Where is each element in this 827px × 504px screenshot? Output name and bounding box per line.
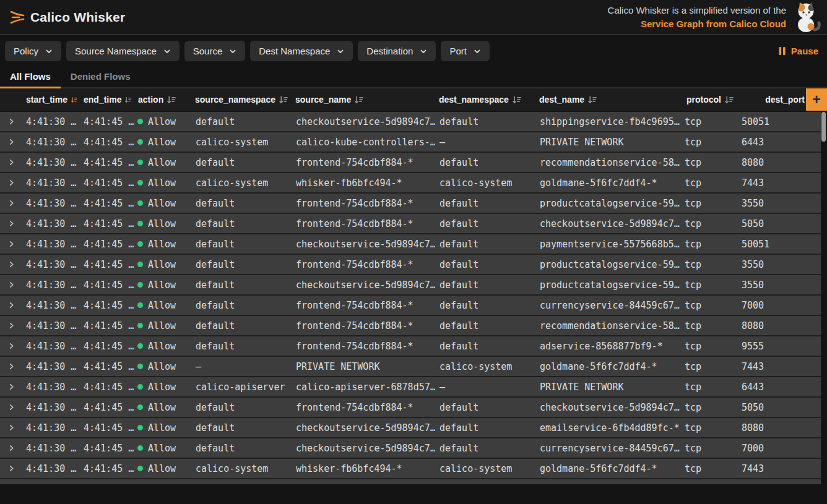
cell-protocol: tcp	[680, 443, 737, 454]
cell-source-namespace: default	[191, 402, 292, 413]
row-expander[interactable]	[0, 281, 22, 288]
flow-row-partial	[0, 479, 821, 484]
cell-source-name: checkoutservice-5d9894c7…	[292, 280, 435, 291]
flow-row[interactable]: 4:41:30 …4:41:45 …Allow–PRIVATE NETWORKc…	[0, 357, 821, 377]
cell-end-time: 4:41:45 …	[80, 361, 134, 372]
flow-row[interactable]: 4:41:30 …4:41:45 …Allowdefaultfrontend-7…	[0, 296, 821, 316]
column-header-start-time[interactable]: start_time	[22, 95, 80, 105]
cell-start-time: 4:41:30 …	[22, 218, 80, 229]
column-header-dest-namespace[interactable]: dest_namespace	[435, 95, 535, 105]
allow-status-dot	[137, 180, 143, 186]
vertical-scrollbar-thumb[interactable]	[821, 112, 826, 142]
cell-end-time: 4:41:45 …	[80, 259, 134, 270]
flow-row[interactable]: 4:41:30 …4:41:45 …Allowdefaultfrontend-7…	[0, 194, 821, 214]
column-header-protocol[interactable]: protocol	[680, 95, 737, 105]
allow-status-dot	[137, 343, 143, 349]
tagline-text: Calico Whisker is a simplified version o…	[608, 4, 786, 17]
filter-port[interactable]: Port	[441, 41, 490, 61]
flow-row[interactable]: 4:41:30 …4:41:45 …Allowdefaultfrontend-7…	[0, 153, 821, 173]
flow-row[interactable]: 4:41:30 …4:41:45 …Allowdefaultfrontend-7…	[0, 398, 821, 418]
row-expander[interactable]	[0, 322, 22, 329]
row-expander[interactable]	[0, 302, 22, 309]
row-expander[interactable]	[0, 200, 22, 207]
tab-all-flows[interactable]: All Flows	[0, 66, 61, 88]
pause-button[interactable]: Pause	[778, 46, 820, 56]
cell-dest-port: 50051	[737, 239, 821, 250]
row-expander[interactable]	[0, 118, 22, 125]
filter-policy[interactable]: Policy	[5, 41, 61, 61]
flow-row[interactable]: 4:41:30 …4:41:45 …Allowdefaultcheckoutse…	[0, 418, 821, 438]
column-label: start_time	[26, 95, 67, 105]
cell-dest-namespace: –	[435, 382, 535, 393]
flow-row[interactable]: 4:41:30 …4:41:45 …Allowdefaultcheckoutse…	[0, 438, 821, 459]
tagline: Calico Whisker is a simplified version o…	[608, 4, 786, 31]
row-expander[interactable]	[0, 139, 22, 145]
flow-row[interactable]: 4:41:30 …4:41:45 …Allowcalico-systemwhis…	[0, 459, 821, 479]
row-expander[interactable]	[0, 261, 22, 268]
flow-row[interactable]: 4:41:30 …4:41:45 …Allowdefaultcheckoutse…	[0, 234, 821, 255]
cell-dest-name: adservice-8568877bf9-*	[535, 341, 680, 352]
row-expander[interactable]	[0, 159, 22, 166]
cell-end-time: 4:41:45 …	[80, 157, 134, 168]
cell-action: Allow	[134, 402, 191, 413]
service-graph-link[interactable]: Service Graph from Calico Cloud	[641, 19, 786, 29]
row-expander[interactable]	[0, 404, 22, 411]
flow-row[interactable]: 4:41:30 …4:41:45 …Allowdefaultfrontend-7…	[0, 336, 821, 357]
flow-row[interactable]: 4:41:30 …4:41:45 …Allowdefaultfrontend-7…	[0, 255, 821, 275]
row-expander[interactable]	[0, 424, 22, 431]
allow-status-dot	[137, 404, 143, 410]
cell-protocol: tcp	[680, 280, 737, 291]
row-expander[interactable]	[0, 220, 22, 227]
cell-protocol: tcp	[680, 300, 737, 311]
row-expander[interactable]	[0, 383, 22, 390]
cell-dest-namespace: default	[435, 239, 535, 250]
cell-action: Allow	[134, 443, 191, 454]
flow-row[interactable]: 4:41:30 …4:41:45 …Allowcalico-systemcali…	[0, 132, 821, 153]
filter-source-namespace[interactable]: Source Namespace	[66, 41, 180, 61]
cell-dest-name: goldmane-5f6fc7ddf4-*	[535, 177, 680, 189]
column-header-action[interactable]: action	[134, 95, 191, 105]
cell-source-name: frontend-754cdbf884-*	[292, 157, 435, 168]
row-expander[interactable]	[0, 363, 22, 370]
flow-row[interactable]: 4:41:30 …4:41:45 …Allowdefaultcheckoutse…	[0, 275, 821, 296]
cell-dest-port: 3550	[737, 259, 821, 270]
flow-row[interactable]: 4:41:30 …4:41:45 …Allowdefaultcheckoutse…	[0, 112, 821, 132]
allow-status-dot	[137, 139, 143, 145]
row-expander[interactable]	[0, 179, 22, 186]
flow-row[interactable]: 4:41:30 …4:41:45 …Allowcalico-apiserverc…	[0, 377, 821, 398]
sort-icon	[167, 95, 176, 105]
cell-end-time: 4:41:45 …	[80, 116, 134, 127]
filter-destination[interactable]: Destination	[358, 41, 436, 61]
column-header-end-time[interactable]: end_time	[80, 95, 134, 105]
cell-source-name: whisker-fb6bfc494-*	[292, 177, 435, 189]
cell-dest-name: goldmane-5f6fc7ddf4-*	[535, 361, 680, 372]
column-header-dest-name[interactable]: dest_name	[535, 95, 680, 105]
cell-end-time: 4:41:45 …	[80, 402, 134, 413]
row-expander[interactable]	[0, 343, 22, 349]
cell-end-time: 4:41:45 …	[80, 463, 134, 474]
action-label: Allow	[148, 341, 176, 352]
flow-row[interactable]: 4:41:30 …4:41:45 …Allowcalico-systemwhis…	[0, 173, 821, 194]
cell-dest-name: emailservice-6fb4dd89fc-*	[535, 422, 680, 434]
column-label: source_namespace	[195, 95, 275, 105]
filter-bar: PolicySource NamespaceSourceDest Namespa…	[0, 35, 827, 66]
filter-source[interactable]: Source	[184, 41, 246, 61]
add-column-button[interactable]: +	[806, 88, 827, 111]
cell-action: Allow	[134, 361, 191, 372]
app-title: Calico Whisker	[30, 10, 125, 25]
row-expander[interactable]	[0, 445, 22, 451]
flow-row[interactable]: 4:41:30 …4:41:45 …Allowdefaultfrontend-7…	[0, 214, 821, 234]
flow-row[interactable]: 4:41:30 …4:41:45 …Allowdefaultfrontend-7…	[0, 316, 821, 336]
allow-status-dot	[137, 221, 143, 226]
cell-start-time: 4:41:30 …	[22, 259, 80, 270]
row-expander[interactable]	[0, 465, 22, 472]
row-expander[interactable]	[0, 241, 22, 247]
filter-dest-namespace[interactable]: Dest Namespace	[250, 41, 353, 61]
tab-denied-flows[interactable]: Denied Flows	[61, 66, 141, 88]
row-expand-chevron-icon	[8, 302, 15, 309]
column-header-source-name[interactable]: source_name	[292, 95, 435, 105]
action-label: Allow	[148, 422, 176, 434]
sort-icon	[724, 95, 734, 105]
column-header-source-namespace[interactable]: source_namespace	[191, 95, 292, 105]
row-expand-chevron-icon	[8, 404, 15, 411]
